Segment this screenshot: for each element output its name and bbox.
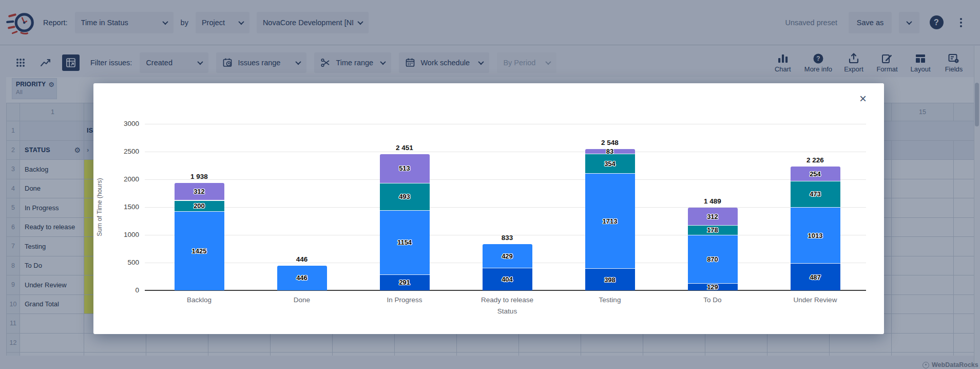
bar-segment[interactable]: 312: [688, 208, 738, 225]
bar-total-label: 833: [456, 234, 559, 242]
bar-total-label: 446: [251, 255, 353, 263]
x-axis-title: Status: [148, 307, 867, 315]
chart-modal: × Sum of Time (hours) Status 05001000150…: [93, 83, 884, 334]
bar-segment[interactable]: 312: [175, 183, 224, 200]
y-tick-label: 0: [103, 286, 139, 294]
y-tick-label: 1000: [103, 231, 139, 238]
bar-segment[interactable]: 254: [791, 167, 840, 180]
gridline: [145, 179, 866, 180]
bar-segment[interactable]: 291: [380, 274, 430, 290]
stacked-bar-chart: Sum of Time (hours) Status 0500100015002…: [93, 83, 884, 334]
bar-segment[interactable]: 513: [380, 154, 430, 182]
y-tick-label: 3000: [103, 120, 139, 127]
gridline: [145, 207, 866, 208]
bar-segment[interactable]: 487: [791, 263, 840, 290]
gridline: [145, 152, 866, 152]
y-tick-label: 2000: [103, 175, 139, 183]
bar-segment[interactable]: 83: [585, 149, 635, 154]
bar-segment[interactable]: 1425: [175, 211, 224, 290]
x-tick-label: Under Review: [764, 296, 867, 304]
x-tick-label: To Do: [661, 296, 764, 304]
bar-segment[interactable]: 473: [791, 181, 840, 207]
bar-segment[interactable]: 129: [688, 283, 738, 290]
bar-total-label: 2 226: [764, 156, 867, 164]
x-tick-label: Backlog: [148, 296, 251, 304]
bar-segment[interactable]: 200: [175, 200, 224, 212]
bar-segment[interactable]: 446: [277, 266, 327, 290]
bar-segment[interactable]: 1713: [585, 173, 635, 268]
bar-total-label: 1 489: [661, 197, 764, 205]
bar-total-label: 1 938: [148, 173, 251, 180]
bar-total-label: 2 451: [353, 144, 456, 152]
bar-segment[interactable]: 354: [585, 154, 635, 173]
x-tick-label: In Progress: [353, 296, 456, 304]
bar-total-label: 2 548: [559, 139, 661, 146]
bar-segment[interactable]: 429: [483, 244, 532, 268]
bar-segment[interactable]: 870: [688, 235, 738, 283]
y-tick-label: 2500: [103, 147, 139, 155]
x-tick-label: Done: [251, 296, 353, 304]
app-window: Report: Time in Status by Project NovaCo…: [0, 0, 980, 369]
x-tick-label: Testing: [559, 296, 661, 304]
bar-segment[interactable]: 1013: [791, 207, 840, 263]
bar-segment[interactable]: 404: [483, 268, 532, 290]
bar-segment[interactable]: 493: [380, 183, 430, 210]
bar-segment[interactable]: 178: [688, 225, 738, 235]
x-tick-label: Ready to release: [456, 296, 559, 304]
y-tick-label: 1500: [103, 203, 139, 211]
gridline: [145, 124, 866, 124]
y-tick-label: 500: [103, 259, 139, 266]
bar-segment[interactable]: 1154: [380, 210, 430, 274]
bar-segment[interactable]: 398: [585, 268, 635, 290]
